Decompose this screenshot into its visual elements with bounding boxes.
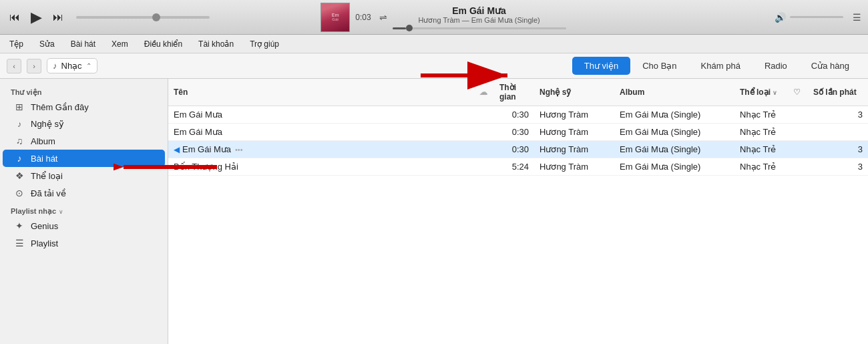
sidebar-item-label: Album (31, 136, 55, 146)
cell-heart (788, 141, 808, 158)
header-genre[interactable]: Thể loại ∨ (734, 79, 788, 106)
cell-genre: Nhạc Trẻ (734, 158, 788, 176)
header-heart[interactable]: ♡ (788, 79, 808, 106)
main-layout: Thư viện ⊞ Thêm Gần đây ♪ Nghệ sỹ ♫ Albu… (0, 79, 868, 344)
cell-album: Em Gái Mưa (Single) (614, 124, 734, 141)
header-plays[interactable]: Số lần phát (808, 79, 868, 106)
music-note-icon: ♪ (53, 61, 57, 71)
menu-song[interactable]: Bài hát (68, 38, 98, 50)
sidebar-item-da-tai-ve[interactable]: ⊙ Đã tải về (3, 184, 165, 202)
sidebar: Thư viện ⊞ Thêm Gần đây ♪ Nghệ sỹ ♫ Albu… (0, 79, 168, 344)
sidebar-item-the-loai[interactable]: ❖ Thể loại (3, 167, 165, 184)
cell-name: Em Gái Mưa (168, 124, 474, 141)
cell-genre: Nhạc Trẻ (734, 141, 788, 158)
tab-cua-hang[interactable]: Cửa hàng (799, 57, 861, 75)
menu-account[interactable]: Tài khoản (196, 38, 236, 50)
genre-sort-icon: ∨ (773, 90, 777, 96)
songs-table: Tên ☁ Thời gian Nghệ sỹ Album Thể loại ∨… (168, 79, 868, 176)
menu-file[interactable]: Tệp (7, 38, 26, 50)
cell-heart (788, 106, 808, 124)
playlist-chevron-icon: ∨ (59, 208, 63, 215)
shuffle-icon[interactable]: ⇌ (379, 12, 387, 23)
header-name[interactable]: Tên (168, 79, 474, 106)
menu-help[interactable]: Trợ giúp (247, 38, 282, 50)
sidebar-item-nghe-si[interactable]: ♪ Nghệ sỹ (3, 116, 165, 132)
playlist-section-title: Playlist nhạc (11, 207, 56, 216)
forward-button[interactable]: › (27, 59, 41, 73)
sidebar-item-bai-hat[interactable]: ♪ Bài hát (3, 150, 165, 167)
cell-time: 5:24 (494, 158, 534, 176)
genre-icon: ❖ (13, 170, 25, 181)
cell-name: Bến Thượng Hải (168, 158, 474, 176)
player-controls: ⏮ ▶ ⏭ (7, 6, 66, 29)
table-row[interactable]: Em Gái Mưa0:30Hương TràmEm Gái Mưa (Sing… (168, 106, 868, 124)
sidebar-item-label: Bài hát (31, 154, 57, 164)
artist-icon: ♪ (13, 120, 25, 129)
sidebar-item-album[interactable]: ♫ Album (3, 132, 165, 150)
menu-view[interactable]: Xem (109, 38, 131, 50)
tab-thu-vien[interactable]: Thư viện (572, 57, 630, 75)
volume-bar[interactable] (790, 16, 843, 18)
cell-genre: Nhạc Trẻ (734, 106, 788, 124)
content-area: Tên ☁ Thời gian Nghệ sỹ Album Thể loại ∨… (168, 79, 868, 344)
heart-icon: ♡ (793, 88, 801, 97)
header-time[interactable]: Thời gian (494, 79, 534, 106)
cell-time: 0:30 (494, 124, 534, 141)
tab-cho-ban[interactable]: Cho Bạn (630, 57, 688, 75)
next-button[interactable]: ⏭ (50, 9, 66, 26)
sidebar-item-label: Nghệ sỹ (31, 119, 64, 129)
song-progress-bar[interactable] (393, 27, 566, 29)
table-row[interactable]: Bến Thượng Hải5:24Hương TràmEm Gái Mưa (… (168, 158, 868, 176)
cell-plays (808, 124, 868, 141)
tab-kham-pha[interactable]: Khám phá (689, 57, 752, 75)
cell-genre: Nhạc Trẻ (734, 124, 788, 141)
cell-name: ◀Em Gái Mưa••• (168, 141, 474, 158)
table-row[interactable]: Em Gái Mưa0:30Hương TràmEm Gái Mưa (Sing… (168, 124, 868, 141)
cell-album: Em Gái Mưa (Single) (614, 106, 734, 124)
play-button[interactable]: ▶ (28, 6, 45, 29)
library-section-title: Thư viện (0, 84, 168, 98)
sidebar-item-genius[interactable]: ✦ Genius (3, 217, 165, 234)
table-header-row: Tên ☁ Thời gian Nghệ sỹ Album Thể loại ∨… (168, 79, 868, 106)
cell-album: Em Gái Mưa (Single) (614, 158, 734, 176)
now-playing-title: Em Gái Mưa (452, 5, 506, 16)
genius-icon: ✦ (13, 220, 25, 231)
volume-slider[interactable] (76, 16, 210, 19)
sidebar-item-label: Playlist (31, 238, 58, 248)
top-nav-tabs: Thư viện Cho Bạn Khám phá Radio Cửa hàng (572, 57, 861, 75)
cell-plays: 3 (808, 106, 868, 124)
cell-cloud (474, 124, 494, 141)
song-icon: ♪ (13, 153, 25, 164)
volume-icon: 🔊 (775, 12, 786, 23)
playlist-section-header[interactable]: Playlist nhạc ∨ (0, 202, 168, 217)
sidebar-item-them-gan-day[interactable]: ⊞ Thêm Gần đây (3, 98, 165, 116)
now-playing-subtitle: Hương Tràm — Em Gái Mưa (Single) (418, 16, 539, 25)
music-label: Nhạc (61, 61, 82, 71)
table-row[interactable]: ◀Em Gái Mưa•••0:30Hương TràmEm Gái Mưa (… (168, 141, 868, 158)
album-art: Em Gái (320, 3, 350, 32)
cell-plays: 3 (808, 158, 868, 176)
cell-artist: Hương Tràm (534, 124, 614, 141)
more-icon: ••• (235, 146, 243, 154)
back-button[interactable]: ‹ (7, 59, 21, 73)
cell-cloud (474, 106, 494, 124)
list-icon[interactable]: ☰ (853, 12, 861, 23)
music-selector[interactable]: ♪ Nhạc ⌃ (47, 58, 97, 73)
cell-plays: 3 (808, 141, 868, 158)
right-controls: 🔊 ☰ (775, 12, 861, 23)
cell-album: Em Gái Mưa (Single) (614, 141, 734, 158)
header-album[interactable]: Album (614, 79, 734, 106)
prev-button[interactable]: ⏮ (7, 9, 23, 26)
menu-edit[interactable]: Sửa (37, 38, 57, 50)
cell-time: 0:30 (494, 106, 534, 124)
cell-heart (788, 158, 808, 176)
menu-bar: Tệp Sửa Bài hát Xem Điều khiển Tài khoản… (0, 35, 868, 53)
cell-heart (788, 124, 808, 141)
sidebar-item-playlist[interactable]: ☰ Playlist (3, 234, 165, 252)
menu-controls[interactable]: Điều khiển (142, 38, 185, 50)
tab-radio[interactable]: Radio (752, 57, 799, 75)
cell-name: Em Gái Mưa (168, 106, 474, 124)
header-artist[interactable]: Nghệ sỹ (534, 79, 614, 106)
downloaded-icon: ⊙ (13, 188, 25, 198)
header-cloud: ☁ (474, 79, 494, 106)
